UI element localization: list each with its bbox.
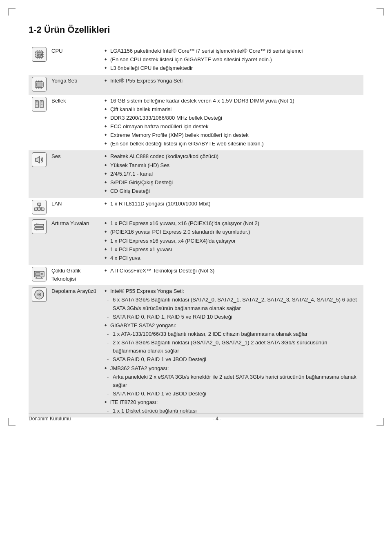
list-item: Realtek ALC888 codec (kodlayıcı/kod çözü…	[105, 152, 362, 161]
corner-bl	[8, 418, 16, 426]
corner-tl	[8, 8, 16, 16]
cpu-icon: CPU	[32, 47, 47, 62]
list-item: SATA RAID 0, RAID 1 ve JBOD Desteği	[105, 355, 362, 364]
spec-list-lan: 1 x RTL8111D yongası (10/100/1000 Mbit)	[105, 200, 362, 208]
svg-text:CPU: CPU	[37, 54, 42, 56]
spec-row-depolama: Depolama ArayüzüIntel® P55 Express Yonga…	[29, 285, 363, 417]
list-item: 4 x PCI yuva	[105, 254, 362, 262]
list-item: LGA1156 paketindeki Intel® Core™ i7 seri…	[105, 47, 362, 55]
content-cell-artirma: 1 x PCI Express x16 yuvası, x16 (PCIEX16…	[103, 217, 363, 265]
list-item: Extreme Memory Profile (XMP) bellek modü…	[105, 131, 362, 139]
list-item: iTE IT8720 yongası:	[105, 398, 362, 406]
list-item: 1 x RTL8111D yongası (10/100/1000 Mbit)	[105, 200, 362, 208]
spec-list-yonga: Intel® P55 Express Yonga Seti	[105, 77, 362, 85]
corner-tr	[376, 8, 384, 16]
content-cell-depolama: Intel® P55 Express Yonga Seti:6 x SATA 3…	[103, 285, 363, 417]
label-cell-grafik: Çoklu Grafik Teknolojisi	[50, 265, 103, 285]
svg-rect-34	[40, 107, 43, 108]
list-item: (PCIEX16 yuvası PCI Express 2.0 standard…	[105, 228, 362, 236]
list-item: 2 x SATA 3Gb/s Bağlantı noktası (GSATA2_…	[105, 339, 362, 355]
content-cell-lan: 1 x RTL8111D yongası (10/100/1000 Mbit)	[103, 198, 363, 217]
list-item: 1 x PCI Express x16 yuvası, x4 (PCIEX4)'…	[105, 237, 362, 245]
yonga-icon	[32, 77, 47, 92]
list-item: 16 GB sistem belleğine kadar destek vere…	[105, 97, 362, 105]
svg-rect-36	[38, 203, 41, 205]
svg-marker-35	[36, 156, 40, 163]
spec-list-bellek: 16 GB sistem belleğine kadar destek vere…	[105, 97, 362, 148]
icon-cell-bellek	[29, 95, 50, 151]
list-item: ATI CrossFireX™ Teknolojisi Desteği (Not…	[105, 267, 362, 275]
icon-cell-depolama	[29, 285, 50, 417]
list-item: GIGABYTE SATA2 yongası:	[105, 321, 362, 330]
svg-rect-37	[34, 208, 37, 210]
list-item: SATA RAID 0, RAID 1, RAID 5 ve RAID 10 D…	[105, 313, 362, 321]
svg-rect-44	[35, 224, 44, 226]
list-item: 1 x PCI Express x16 yuvası, x16 (PCIEX16…	[105, 219, 362, 228]
footer-left: Donanım Kurulumu	[29, 416, 71, 422]
icon-cell-ses	[29, 150, 50, 198]
content-cell-cpu: LGA1156 paketindeki Intel® Core™ i7 seri…	[103, 45, 363, 75]
svg-rect-16	[36, 83, 42, 86]
label-cell-ses: Ses	[50, 150, 103, 198]
label-cell-artirma: Artırma Yuvaları	[50, 217, 103, 265]
list-item: (En son CPU destek listesi için GIGABYTE…	[105, 56, 362, 64]
spec-row-grafik: Çoklu Grafik TeknolojisiATI CrossFireX™ …	[29, 265, 363, 285]
spec-list-grafik: ATI CrossFireX™ Teknolojisi Desteği (Not…	[105, 267, 362, 275]
list-item: Arka paneldeki 2 x eSATA 3Gb/s konektör …	[105, 373, 362, 389]
list-item: ECC olmayan hafıza modülleri için destek	[105, 123, 362, 131]
spec-row-yonga: Yonga SetiIntel® P55 Express Yonga Seti	[29, 75, 363, 94]
svg-point-52	[41, 273, 43, 275]
list-item: Çift kanallı bellek mimarisi	[105, 105, 362, 114]
spec-row-artirma: Artırma Yuvaları1 x PCI Express x16 yuva…	[29, 217, 363, 265]
depolama-icon	[32, 287, 47, 302]
content-cell-yonga: Intel® P55 Express Yonga Seti	[103, 75, 363, 94]
content-cell-grafik: ATI CrossFireX™ Teknolojisi Desteği (Not…	[103, 265, 363, 285]
footer-center: - 4 -	[213, 416, 221, 422]
spec-row-lan: LAN1 x RTL8111D yongası (10/100/1000 Mbi…	[29, 198, 363, 217]
footer-bar: Donanım Kurulumu - 4 -	[29, 413, 363, 422]
page-title: 1-2 Ürün Özellikleri	[29, 25, 363, 35]
label-cell-lan: LAN	[50, 198, 103, 217]
list-item: (En son bellek desteği listesi için GIGA…	[105, 140, 362, 148]
spec-row-cpu: CPU CPULGA1156 paketindeki Intel® Core™ …	[29, 45, 363, 75]
bellek-icon	[32, 97, 47, 112]
list-item: L3 önbelleği CPU ile değişmektedir	[105, 64, 362, 72]
svg-rect-39	[41, 208, 44, 210]
list-item: SATA RAID 0, RAID 1 ve JBOD Desteği	[105, 390, 362, 398]
page-container: 1-2 Ürün Özellikleri CPU CPULGA1156 pake…	[0, 0, 392, 442]
list-item: CD Giriş Desteği	[105, 187, 362, 195]
ses-icon	[32, 152, 47, 167]
spec-list-ses: Realtek ALC888 codec (kodlayıcı/kod çözü…	[105, 152, 362, 195]
artirma-icon	[32, 219, 47, 234]
grafik-icon	[32, 267, 47, 281]
icon-cell-yonga	[29, 75, 50, 94]
icon-cell-artirma	[29, 217, 50, 265]
spec-list-artirma: 1 x PCI Express x16 yuvası, x16 (PCIEX16…	[105, 219, 362, 262]
spec-row-bellek: Bellek16 GB sistem belleğine kadar deste…	[29, 95, 363, 151]
icon-cell-grafik	[29, 265, 50, 285]
content-cell-bellek: 16 GB sistem belleğine kadar destek vere…	[103, 95, 363, 151]
label-cell-cpu: CPU	[50, 45, 103, 75]
list-item: Intel® P55 Express Yonga Seti:	[105, 287, 362, 295]
svg-rect-45	[35, 228, 44, 230]
svg-point-59	[39, 294, 40, 295]
list-item: 2/4/5.1/7.1 - kanal	[105, 170, 362, 178]
svg-rect-38	[38, 208, 40, 210]
label-cell-bellek: Bellek	[50, 95, 103, 151]
spec-list-cpu: LGA1156 paketindeki Intel® Core™ i7 seri…	[105, 47, 362, 72]
label-cell-yonga: Yonga Seti	[50, 75, 103, 94]
svg-rect-51	[36, 272, 40, 276]
list-item: JMB362 SATA2 yongası:	[105, 364, 362, 373]
svg-rect-33	[35, 107, 38, 108]
list-item: S/PDIF Giriş/Çıkış Desteği	[105, 179, 362, 187]
corner-br	[376, 418, 384, 426]
icon-cell-cpu: CPU	[29, 45, 50, 75]
spec-list-depolama: Intel® P55 Express Yonga Seti:6 x SATA 3…	[105, 287, 362, 415]
list-item: Yüksek Tanımlı (HD) Ses	[105, 161, 362, 170]
content-cell-ses: Realtek ALC888 codec (kodlayıcı/kod çözü…	[103, 150, 363, 198]
label-cell-depolama: Depolama Arayüzü	[50, 285, 103, 417]
lan-icon	[32, 200, 47, 214]
list-item: 1 x ATA-133/100/66/33 bağlantı noktası, …	[105, 330, 362, 338]
icon-cell-lan	[29, 198, 50, 217]
spec-table: CPU CPULGA1156 paketindeki Intel® Core™ …	[29, 45, 363, 417]
